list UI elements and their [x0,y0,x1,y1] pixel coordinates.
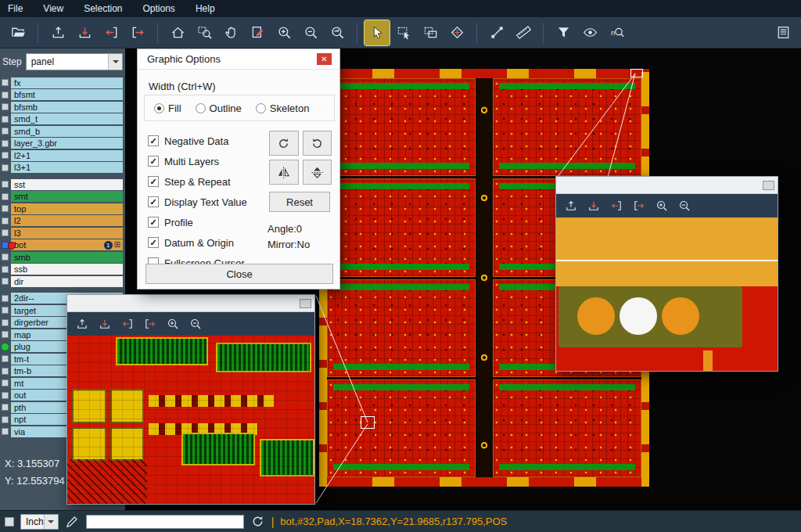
layer-name[interactable]: sst [11,179,123,190]
layer-row-l3[interactable]: l3 [0,227,125,239]
zoom-out-button[interactable] [185,315,206,333]
layer-checkbox[interactable] [2,205,9,212]
layer-name[interactable]: smd_b [11,126,123,137]
chevron-down-icon[interactable] [44,515,58,529]
layer-checkbox[interactable] [2,368,9,375]
zoom-out-button[interactable] [674,196,695,215]
layer-row-dir[interactable]: dir [0,275,125,288]
zoom-window-1[interactable] [66,294,315,505]
layer-checkbox[interactable] [2,295,9,302]
export-down-button[interactable] [584,196,604,215]
layer-name[interactable]: l2+1 [11,150,123,161]
layer-checkbox[interactable] [2,181,9,188]
layer-checkbox[interactable] [2,79,9,86]
layer-name[interactable]: layer_3.gbr [11,138,123,149]
layer-checkbox[interactable] [2,392,9,399]
layer-row-top[interactable]: top [0,203,125,215]
line-button[interactable] [484,20,509,45]
zoom-window-button[interactable] [192,20,217,45]
layer-checkbox[interactable] [2,404,9,411]
checkbox-display-text-value[interactable]: ✓Display Text Value [148,192,247,212]
redline-button[interactable] [245,20,270,45]
flip-h-button[interactable] [269,160,299,185]
zoom-out-button[interactable] [298,20,323,45]
step-select[interactable]: panel [26,53,123,70]
export-down-button[interactable] [72,20,97,45]
layer-checkbox[interactable] [2,428,9,435]
menu-view[interactable]: View [43,3,63,14]
command-input[interactable] [86,515,244,529]
menu-selection[interactable]: Selection [84,3,122,14]
layer-row-layer_3.gbr[interactable]: layer_3.gbr [0,138,125,150]
select-group-button[interactable] [418,20,443,45]
layer-row-ssb[interactable]: ssb [0,264,125,276]
menu-help[interactable]: Help [196,3,215,14]
layer-checkbox[interactable] [2,266,9,273]
reset-button[interactable]: Reset [269,192,330,212]
layer-checkbox[interactable] [2,307,9,314]
measure-ruler-button[interactable] [511,20,536,45]
layer-checkbox[interactable] [2,229,9,236]
radio-fill[interactable]: Fill [154,102,181,114]
layer-row-bfsmt[interactable]: bfsmt [0,89,125,102]
layer-checkbox[interactable] [2,278,9,285]
zoom-previous-button[interactable] [325,20,350,45]
radio-outline[interactable]: Outline [196,102,242,114]
flip-v-button[interactable] [303,160,332,185]
checkbox-negative-data[interactable]: ✓Negative Data [148,131,247,151]
layer-checkbox[interactable] [2,379,9,386]
layer-name[interactable]: ssb [11,264,123,275]
layer-row-smd_b[interactable]: smd_b [0,125,125,138]
layer-name[interactable]: smd_t [11,113,123,124]
close-icon[interactable]: ✕ [317,53,332,65]
window-control-icon[interactable] [763,181,774,190]
checkbox-datum-origin[interactable]: ✓Datum & Origin [148,232,247,253]
layer-name[interactable]: l3+1 [11,162,123,173]
layer-row-l2[interactable]: l2 [0,215,125,228]
layer-name[interactable]: smt [11,191,123,202]
layer-row-smd_t[interactable]: smd_t [0,113,125,126]
export-right-button[interactable] [140,315,160,333]
layer-row-bfsmb[interactable]: bfsmb [0,101,125,113]
corner-box[interactable] [5,517,14,527]
layer-checkbox[interactable] [2,253,9,261]
import-button[interactable] [561,196,581,215]
layer-checkbox[interactable] [2,140,9,147]
layer-row-smb[interactable]: smb [0,251,125,264]
refresh-icon[interactable] [250,514,265,529]
eye-button[interactable] [577,20,602,45]
layer-row-l3+1[interactable]: l3+1 [0,162,125,174]
report-button[interactable] [770,20,796,45]
zoom-in-button[interactable] [163,315,183,333]
dialog-titlebar[interactable]: Graphic Options ✕ [138,49,339,70]
unit-select[interactable]: Inch [20,514,59,530]
layer-checkbox[interactable] [2,193,9,200]
pen-icon[interactable] [65,514,80,529]
layer-row-fx[interactable]: fx [0,77,125,89]
layer-name[interactable]: fx [11,77,123,88]
layer-checkbox[interactable] [2,92,9,99]
menu-file[interactable]: File [8,3,23,14]
layer-name[interactable]: dir [11,276,123,287]
select-rect-button[interactable] [391,20,416,45]
find-text-button[interactable]: n [604,20,629,45]
chevron-down-icon[interactable] [108,54,122,70]
layer-row-smt[interactable]: smt [0,191,125,203]
radio-skeleton[interactable]: Skeleton [256,102,310,114]
layer-checkbox[interactable] [2,164,9,171]
checkbox-step-repeat[interactable]: ✓Step & Repeat [148,171,247,192]
menu-options[interactable]: Options [143,3,175,14]
layer-checkbox[interactable] [2,152,9,159]
export-left-button[interactable] [99,20,124,45]
layer-name[interactable]: bot1⊞ [11,239,123,250]
layer-checkbox[interactable] [2,103,9,110]
snap-button[interactable] [444,20,469,45]
layer-checkbox[interactable] [2,355,9,362]
zoom-in-button[interactable] [652,196,672,215]
zoom-in-button[interactable] [271,20,296,45]
export-down-button[interactable] [95,315,115,333]
filter-button[interactable] [551,20,576,45]
zoom-window-2-content[interactable] [556,217,778,371]
import-button[interactable] [45,20,70,45]
layer-checkbox[interactable] [2,116,9,123]
